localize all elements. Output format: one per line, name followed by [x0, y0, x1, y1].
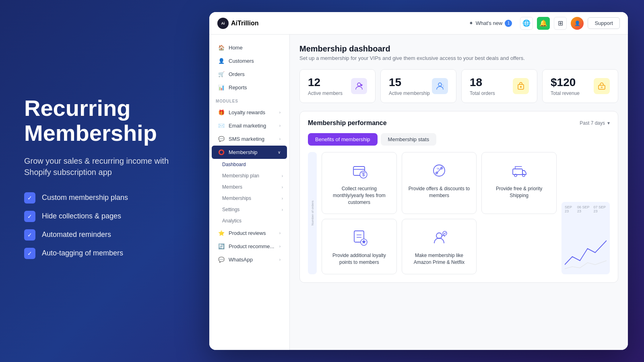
- notification-badge: 1: [505, 20, 512, 27]
- language-icon: 🌐: [522, 19, 530, 27]
- chart-side-panel: Number of orders: [308, 152, 317, 274]
- sidebar-item-reports[interactable]: 📊 Reports: [212, 81, 287, 94]
- stat-icon: [351, 78, 367, 94]
- stat-number: 18: [470, 76, 495, 89]
- loyalty-points-icon: [349, 227, 369, 247]
- check-icon: ✓: [24, 248, 35, 259]
- stats-row: 12 Active members: [299, 69, 618, 103]
- benefit-card-recurring[interactable]: $ Collect recurring monthly/yearly fees …: [322, 152, 397, 214]
- chevron-right-icon: ›: [279, 137, 281, 141]
- chevron-right-icon: ›: [279, 231, 281, 235]
- perf-header: Membership performance Past 7 days ▾: [308, 119, 610, 127]
- page-title: Membership dashboard: [299, 44, 618, 53]
- stat-icon: [513, 78, 529, 94]
- chevron-down-icon: ▾: [607, 120, 610, 126]
- whats-new-button[interactable]: ✦ What's new 1: [465, 17, 516, 29]
- avatar[interactable]: 👤: [571, 17, 584, 30]
- customers-icon: 👤: [218, 58, 225, 64]
- stat-label: Total orders: [470, 90, 495, 96]
- prime-membership-icon: [429, 227, 449, 247]
- tab-benefits[interactable]: Benefits of membership: [308, 133, 378, 146]
- grid-icon: ⊞: [558, 19, 563, 27]
- home-icon: 🏠: [218, 45, 225, 51]
- sidebar-item-sms[interactable]: 💬 SMS marketing ›: [212, 132, 287, 146]
- page-subtitle: Set up a membership for your VIPs and gi…: [299, 55, 618, 61]
- shipping-icon: [509, 160, 529, 181]
- svg-point-9: [520, 86, 522, 88]
- sms-icon: 💬: [218, 136, 225, 142]
- stat-label: Active members: [308, 90, 343, 96]
- date-filter[interactable]: Past 7 days ▾: [580, 120, 610, 126]
- language-button[interactable]: 🌐: [520, 17, 533, 30]
- support-button[interactable]: Support: [588, 17, 620, 29]
- list-item: ✓ Automated reminders: [24, 229, 185, 241]
- stat-label: Total revenue: [551, 90, 580, 96]
- sidebar-item-reviews[interactable]: ⭐ Product reviews ›: [212, 226, 287, 240]
- dollar-recurring-icon: $: [349, 160, 369, 181]
- sidebar-item-home[interactable]: 🏠 Home: [212, 41, 287, 54]
- stat-card-active-membership: 15 Active membership: [380, 69, 456, 103]
- check-icon: ✓: [24, 229, 35, 241]
- chevron-right-icon: ›: [282, 174, 283, 178]
- notification-button[interactable]: 🔔: [537, 17, 550, 30]
- benefit-card-loyalty[interactable]: Provide additional loyalty points to mem…: [322, 219, 397, 274]
- chevron-right-icon: ›: [282, 185, 283, 189]
- main-layout: 🏠 Home 👤 Customers 🛒 Orders 📊 Reports MO…: [209, 35, 628, 350]
- benefits-layout: Number of orders: [308, 152, 610, 274]
- sidebar-sub-members[interactable]: Members ›: [209, 181, 289, 193]
- bell-icon: 🔔: [539, 19, 547, 27]
- chevron-right-icon: ›: [282, 208, 283, 212]
- benefit-card-text: Make membership like Amazon Prime & Netf…: [409, 252, 470, 266]
- stat-icon: [432, 78, 448, 94]
- membership-icon: ⭕: [218, 149, 225, 155]
- logo: Ai AiTrillion: [217, 18, 258, 29]
- tabs-row: Benefits of membership Membership stats: [308, 133, 610, 146]
- grid-button[interactable]: ⊞: [554, 17, 567, 30]
- svg-point-0: [357, 83, 361, 86]
- modules-label: MODULES: [209, 94, 289, 106]
- svg-point-29: [436, 233, 442, 239]
- benefit-card-text: Provide free & priority Shipping: [488, 185, 550, 199]
- tab-stats[interactable]: Membership stats: [381, 133, 437, 146]
- stat-card-active-members: 12 Active members: [299, 69, 376, 103]
- topbar-actions: ✦ What's new 1 🌐 🔔 ⊞ 👤 Support: [465, 17, 620, 30]
- discount-icon: %: [429, 160, 449, 181]
- benefit-card-prime[interactable]: Make membership like Amazon Prime & Netf…: [402, 219, 477, 274]
- loyalty-icon: 🎁: [218, 109, 225, 115]
- chevron-right-icon: ›: [282, 196, 283, 201]
- list-item: ✓ Custom membership plans: [24, 192, 185, 204]
- svg-text:%: %: [437, 167, 440, 171]
- sidebar-item-whatsapp[interactable]: 💬 WhatsApp ›: [212, 253, 287, 266]
- stat-card-total-orders: 18 Total orders: [461, 69, 537, 103]
- sidebar-item-customers[interactable]: 👤 Customers: [212, 54, 287, 68]
- chevron-right-icon: ›: [279, 244, 281, 249]
- recommendation-icon: 🔄: [218, 243, 225, 249]
- sidebar-sub-memberships[interactable]: Memberships ›: [209, 193, 289, 204]
- chevron-right-icon: ›: [279, 110, 281, 115]
- sidebar-item-loyalty[interactable]: 🎁 Loyalty rewards ›: [212, 106, 287, 119]
- heading: Recurring Membership: [24, 96, 185, 145]
- sidebar-sub-dashboard[interactable]: Dashboard: [209, 159, 289, 170]
- cart-icon: 🛒: [218, 71, 225, 77]
- stat-number: 15: [389, 76, 430, 89]
- chevron-right-icon: ›: [279, 257, 281, 262]
- performance-title: Membership performance: [308, 119, 387, 127]
- benefit-card-discounts[interactable]: % Provide offers & discounts to members: [402, 152, 477, 214]
- svg-rect-22: [513, 169, 522, 175]
- performance-section: Membership performance Past 7 days ▾ Ben…: [299, 111, 618, 283]
- sidebar-item-email[interactable]: ✉️ Email marketing ›: [212, 119, 287, 132]
- benefit-card-text: Provide offers & discounts to members: [409, 185, 470, 199]
- sidebar-sub-plan[interactable]: Membership plan ›: [209, 170, 289, 181]
- sidebar-item-recommendations[interactable]: 🔄 Product recomme... ›: [212, 240, 287, 253]
- sidebar-item-orders[interactable]: 🛒 Orders: [212, 68, 287, 81]
- svg-point-1: [361, 84, 362, 86]
- sidebar-item-membership[interactable]: ⭕ Membership ∨: [212, 146, 287, 159]
- chart-right-panel: SEP 23 06 SEP 23 07 SEP 23: [561, 152, 610, 274]
- reports-icon: 📊: [218, 84, 225, 90]
- benefit-card-shipping[interactable]: Provide free & priority Shipping: [481, 152, 557, 214]
- feature-list: ✓ Custom membership plans ✓ Hide collect…: [24, 192, 185, 259]
- stat-card-total-revenue: $120 Total revenue: [542, 69, 618, 103]
- sidebar-sub-settings[interactable]: Settings ›: [209, 204, 289, 215]
- benefit-card-text: Collect recurring monthly/yearly fees fr…: [328, 185, 390, 206]
- sidebar-sub-analytics[interactable]: Analytics: [209, 215, 289, 226]
